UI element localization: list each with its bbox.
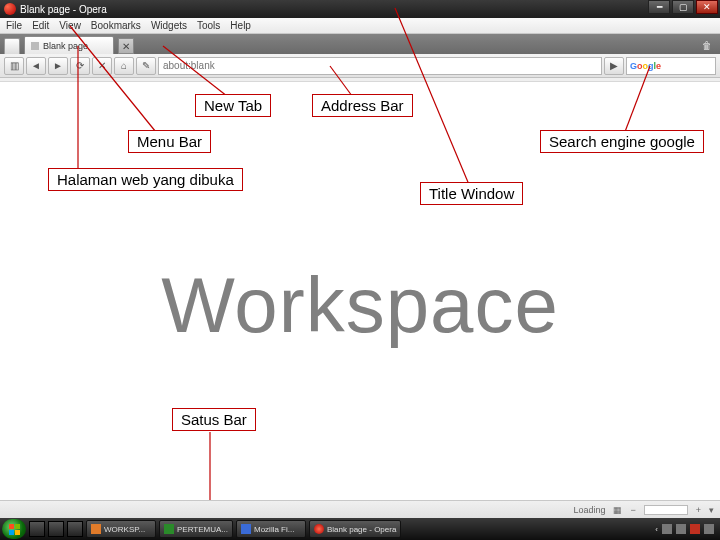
stop-button[interactable]: ✕ xyxy=(92,57,112,75)
tray-icon[interactable] xyxy=(676,524,686,534)
quicklaunch-2[interactable] xyxy=(48,521,64,537)
window-title: Blank page - Opera xyxy=(20,4,107,15)
back-button[interactable]: ◄ xyxy=(26,57,46,75)
callout-title-window: Title Window xyxy=(420,182,523,205)
wand-button[interactable]: ✎ xyxy=(136,57,156,75)
tab-active[interactable]: Blank page xyxy=(24,36,114,54)
menu-tools[interactable]: Tools xyxy=(197,20,220,31)
callout-new-tab: New Tab xyxy=(195,94,271,117)
tab-bar: Blank page ✕ 🗑 xyxy=(0,34,720,54)
address-toolbar: ▥ ◄ ► ⟳ ✕ ⌂ ✎ ▶ Google xyxy=(0,54,720,78)
menu-help[interactable]: Help xyxy=(230,20,251,31)
taskbar-item-label: PERTEMUA... xyxy=(177,525,228,534)
taskbar-item-label: Mozilla Fi... xyxy=(254,525,294,534)
new-tab-button[interactable]: ✕ xyxy=(118,38,134,54)
menu-bookmarks[interactable]: Bookmarks xyxy=(91,20,141,31)
page-icon xyxy=(31,42,39,50)
tray-expand-icon[interactable]: ‹ xyxy=(655,525,658,534)
home-button[interactable]: ⌂ xyxy=(114,57,134,75)
status-view-icon[interactable]: ▦ xyxy=(613,505,622,515)
menu-widgets[interactable]: Widgets xyxy=(151,20,187,31)
tab-active-label: Blank page xyxy=(43,41,88,51)
go-button[interactable]: ▶ xyxy=(604,57,624,75)
taskbar-item[interactable]: Mozilla Fi... xyxy=(236,520,306,538)
tray-antivirus-icon[interactable] xyxy=(690,524,700,534)
document-icon xyxy=(164,524,174,534)
opera-logo-icon xyxy=(4,3,16,15)
status-tools-icon[interactable]: ▾ xyxy=(709,505,714,515)
callout-status-bar: Satus Bar xyxy=(172,408,256,431)
firefox-icon xyxy=(241,524,251,534)
taskbar-item[interactable]: WORKSP... xyxy=(86,520,156,538)
callout-menu-bar: Menu Bar xyxy=(128,130,211,153)
callout-address-bar: Address Bar xyxy=(312,94,413,117)
new-tab-small-button[interactable]: ▥ xyxy=(4,57,24,75)
title-bar: Blank page - Opera ━ ▢ ✕ xyxy=(0,0,720,18)
opera-icon xyxy=(314,524,324,534)
tray-volume-icon[interactable] xyxy=(704,524,714,534)
status-loading-label: Loading xyxy=(573,505,605,515)
window-maximize-button[interactable]: ▢ xyxy=(672,0,694,14)
workspace-label: Workspace xyxy=(0,260,720,351)
quicklaunch-1[interactable] xyxy=(29,521,45,537)
tab-group-button[interactable] xyxy=(4,38,20,54)
bookmarks-bar xyxy=(0,78,720,82)
powerpoint-icon xyxy=(91,524,101,534)
callout-opened-page: Halaman web yang dibuka xyxy=(48,168,243,191)
address-input[interactable] xyxy=(158,57,602,75)
search-box[interactable]: Google xyxy=(626,57,716,75)
windows-logo-icon xyxy=(9,524,20,535)
window-close-button[interactable]: ✕ xyxy=(696,0,718,14)
taskbar-item-label: WORKSP... xyxy=(104,525,145,534)
status-bar: Loading ▦ − + ▾ xyxy=(0,500,720,518)
taskbar-item[interactable]: Blank page - Opera xyxy=(309,520,401,538)
menu-view[interactable]: View xyxy=(59,20,81,31)
status-zoom-in-icon[interactable]: + xyxy=(696,505,701,515)
start-button[interactable] xyxy=(2,519,26,539)
status-zoom-out-icon[interactable]: − xyxy=(630,505,635,515)
status-zoom-slider[interactable] xyxy=(644,505,688,515)
menu-bar: File Edit View Bookmarks Widgets Tools H… xyxy=(0,18,720,34)
menu-edit[interactable]: Edit xyxy=(32,20,49,31)
closed-tabs-icon[interactable]: 🗑 xyxy=(702,40,716,54)
taskbar: WORKSP... PERTEMUA... Mozilla Fi... Blan… xyxy=(0,518,720,540)
taskbar-item-label: Blank page - Opera xyxy=(327,525,396,534)
window-minimize-button[interactable]: ━ xyxy=(648,0,670,14)
forward-button[interactable]: ► xyxy=(48,57,68,75)
google-logo-icon: Google xyxy=(630,61,661,71)
callout-search: Search engine google xyxy=(540,130,704,153)
taskbar-item[interactable]: PERTEMUA... xyxy=(159,520,233,538)
menu-file[interactable]: File xyxy=(6,20,22,31)
system-tray: ‹ xyxy=(655,524,718,534)
reload-button[interactable]: ⟳ xyxy=(70,57,90,75)
tray-icon[interactable] xyxy=(662,524,672,534)
quicklaunch-3[interactable] xyxy=(67,521,83,537)
